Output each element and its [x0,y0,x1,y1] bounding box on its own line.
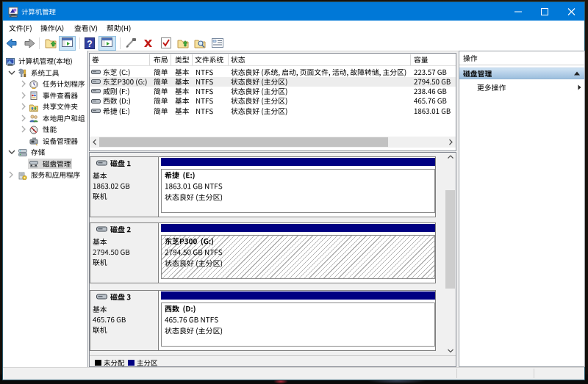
svg-text:?: ? [87,39,92,49]
